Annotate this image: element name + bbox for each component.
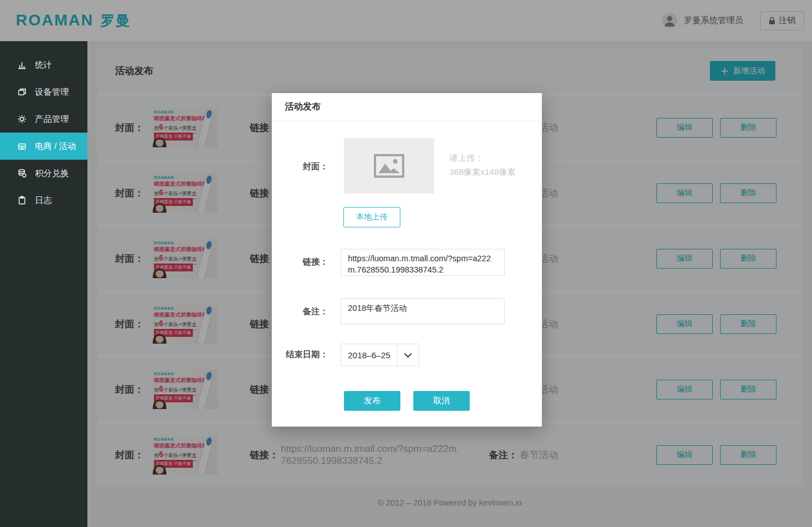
end-date-value: 2018–6–25	[341, 344, 397, 366]
sidebar-item-label: 积分兑换	[35, 168, 69, 179]
sidebar-item-label: 设备管理	[35, 87, 69, 98]
store-icon	[17, 141, 27, 151]
upload-hint-line1: 请上传：	[449, 151, 516, 165]
sidebar-item-logs[interactable]: 日志	[0, 187, 87, 214]
database-icon	[17, 168, 27, 178]
upload-hint-line2: 368像素x148像素	[449, 165, 516, 179]
sidebar-item-statistics[interactable]: 统计	[0, 51, 87, 78]
sidebar: 统计 设备管理 产品管理 电商 / 活动 积分兑换	[0, 41, 87, 527]
bar-chart-icon	[17, 60, 27, 70]
modal-cover-label: 封面：	[272, 161, 328, 172]
modal-link-label: 链接：	[272, 257, 328, 267]
sidebar-item-devices[interactable]: 设备管理	[0, 78, 87, 106]
remark-input[interactable]: 2018年春节活动	[341, 298, 505, 324]
end-date-select[interactable]: 2018–6–25	[341, 344, 419, 366]
devices-icon	[17, 87, 27, 97]
modal-title: 活动发布	[272, 93, 542, 121]
cancel-button[interactable]: 取消	[413, 391, 470, 411]
image-placeholder-icon	[374, 154, 404, 178]
sidebar-item-label: 日志	[35, 195, 52, 206]
activity-publish-modal: 活动发布 封面： 请上传： 368像素x148像素 本地上传 链接： https…	[272, 93, 542, 427]
end-date-dropdown-toggle[interactable]	[397, 344, 418, 366]
gear-icon	[17, 114, 27, 124]
link-input[interactable]: https://luoman.m.tmall.com/?spm=a222m.76…	[341, 249, 505, 276]
sidebar-item-products[interactable]: 产品管理	[0, 106, 87, 133]
publish-button[interactable]: 发布	[344, 391, 400, 411]
modal-end-date-label: 结束日期：	[272, 349, 328, 360]
local-upload-button[interactable]: 本地上传	[343, 207, 400, 227]
sidebar-item-label: 统计	[35, 60, 52, 71]
upload-hint: 请上传： 368像素x148像素	[449, 151, 516, 179]
modal-remark-label: 备注：	[272, 306, 328, 317]
clipboard-icon	[17, 195, 27, 205]
sidebar-item-ecommerce-activities[interactable]: 电商 / 活动	[0, 133, 87, 160]
chevron-down-icon	[404, 353, 412, 358]
sidebar-item-points-exchange[interactable]: 积分兑换	[0, 160, 87, 187]
sidebar-item-label: 电商 / 活动	[35, 141, 76, 152]
cover-upload-placeholder[interactable]	[344, 138, 434, 194]
sidebar-item-label: 产品管理	[35, 114, 69, 125]
